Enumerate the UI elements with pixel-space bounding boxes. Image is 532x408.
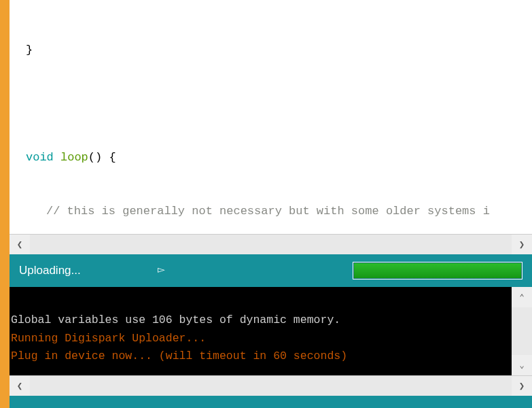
console-line: Global variables use 106 bytes of dynami… (11, 313, 340, 326)
console-vertical-scrollbar[interactable]: ⌃ ⌄ (512, 287, 532, 375)
code-line: } (12, 41, 532, 59)
status-text: Uploading... (19, 264, 81, 277)
scroll-left-icon[interactable]: ❮ (10, 235, 30, 255)
ide-window: } void loop() { // this is generally not… (10, 0, 532, 408)
scroll-left-icon[interactable]: ❮ (10, 376, 30, 396)
console-horizontal-scrollbar[interactable]: ❮ ❯ (10, 375, 532, 396)
console-line: Running Digispark Uploader... (11, 332, 206, 345)
scroll-up-icon[interactable]: ⌃ (512, 287, 532, 307)
scroll-track[interactable] (30, 376, 512, 396)
upload-progress-bar (353, 262, 522, 279)
console-output[interactable]: Global variables use 106 bytes of dynami… (10, 287, 512, 375)
footer-bar (10, 396, 532, 408)
code-editor[interactable]: } void loop() { // this is generally not… (10, 0, 532, 234)
scroll-down-icon[interactable]: ⌄ (512, 355, 532, 375)
scroll-right-icon[interactable]: ❯ (512, 376, 532, 396)
scroll-right-icon[interactable]: ❯ (512, 235, 532, 255)
console-panel: Global variables use 106 bytes of dynami… (10, 287, 532, 375)
code-line: void loop() { (12, 149, 532, 167)
console-line: Plug in device now... (will timeout in 6… (11, 350, 347, 362)
scroll-track[interactable] (30, 235, 512, 255)
code-line (12, 95, 532, 113)
code-line: // this is generally not necessary but w… (12, 203, 532, 220)
editor-horizontal-scrollbar[interactable]: ❮ ❯ (10, 234, 532, 254)
scroll-track[interactable] (512, 307, 532, 355)
status-bar: Uploading... ▻ (10, 254, 532, 287)
cursor-icon: ▻ (158, 264, 165, 275)
